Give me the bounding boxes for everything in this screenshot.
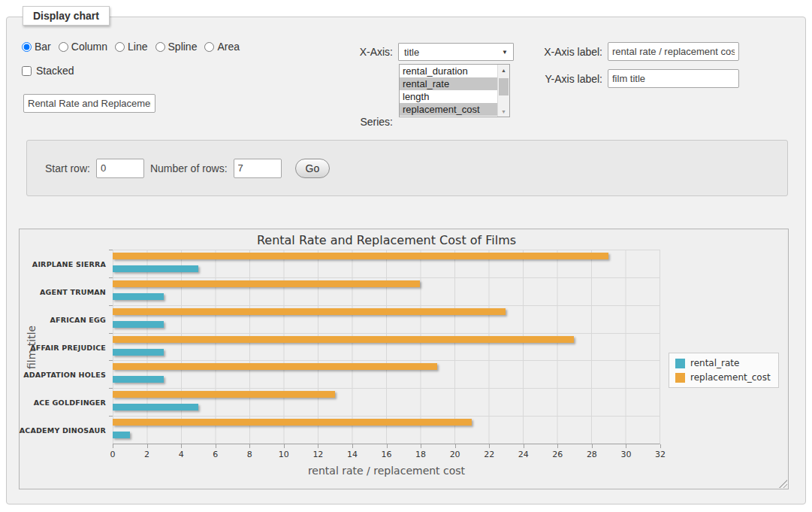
chart-title: Rental Rate and Replacement Cost of Film… bbox=[113, 233, 660, 247]
number-of-rows-label: Number of rows: bbox=[150, 162, 228, 174]
x-axis-ticks bbox=[113, 444, 660, 448]
series-option-length[interactable]: length bbox=[400, 90, 497, 103]
chart-band: AGENT TRUMAN bbox=[113, 277, 660, 305]
x-tick-label: 22 bbox=[484, 450, 494, 459]
x-tick bbox=[216, 444, 216, 448]
radio-label: Column bbox=[71, 41, 107, 53]
category-label: ACADEMY DINOSAUR bbox=[20, 426, 106, 435]
chart-plot: AIRPLANE SIERRAAGENT TRUMANAFRICAN EGGAF… bbox=[113, 250, 660, 444]
bar-replacement_cost bbox=[113, 419, 472, 426]
chart-legend: rental_ratereplacement_cost bbox=[669, 353, 779, 388]
radio-column[interactable] bbox=[59, 42, 68, 52]
start-row-input[interactable] bbox=[96, 159, 144, 178]
x-tick-label: 32 bbox=[655, 450, 666, 459]
x-tick bbox=[352, 444, 353, 448]
page: Display chart BarColumnLineSplineArea St… bbox=[0, 0, 812, 512]
bar-rental_rate bbox=[113, 293, 164, 300]
x-tick-label: 28 bbox=[587, 450, 597, 459]
chart-band: ACE GOLDFINGER bbox=[113, 388, 660, 416]
legend-item-rental_rate[interactable]: rental_rate bbox=[675, 358, 771, 368]
x-axis-label-row: X-Axis label: bbox=[488, 42, 739, 61]
category-label: ADAPTATION HOLES bbox=[23, 371, 106, 379]
series-option-replacement_cost[interactable]: replacement_cost bbox=[400, 103, 497, 116]
bar-replacement_cost bbox=[113, 253, 608, 259]
go-button[interactable]: Go bbox=[295, 159, 331, 178]
stacked-row[interactable]: Stacked bbox=[22, 65, 74, 77]
x-axis-select-label: X-Axis: bbox=[336, 46, 393, 58]
x-axis-selected-value: title bbox=[404, 47, 419, 58]
series-option-rental_duration[interactable]: rental_duration bbox=[400, 65, 497, 77]
radio-bar[interactable] bbox=[22, 42, 32, 52]
series-options: rental_durationrental_ratelengthreplacem… bbox=[400, 65, 497, 117]
series-select-label: Series: bbox=[336, 116, 393, 128]
bar-replacement_cost bbox=[113, 363, 437, 370]
bar-replacement_cost bbox=[113, 391, 335, 398]
x-tick-label: 4 bbox=[179, 450, 184, 459]
fieldset-legend: Display chart bbox=[23, 6, 110, 26]
x-tick-label: 14 bbox=[347, 450, 358, 459]
legend-item-replacement_cost[interactable]: replacement_cost bbox=[675, 372, 771, 383]
chart-type-column[interactable]: Column bbox=[59, 41, 107, 53]
chart-type-group: BarColumnLineSplineArea bbox=[22, 41, 240, 53]
chart-band: AIRPLANE SIERRA bbox=[113, 250, 660, 277]
x-tick-label: 24 bbox=[518, 450, 529, 459]
x-tick bbox=[249, 444, 250, 448]
x-tick bbox=[387, 444, 388, 448]
x-tick bbox=[557, 444, 558, 448]
radio-area[interactable] bbox=[204, 42, 214, 52]
x-tick bbox=[626, 444, 626, 448]
x-tick-label: 30 bbox=[620, 450, 631, 459]
start-row-label: Start row: bbox=[45, 162, 90, 174]
y-axis-label-input[interactable] bbox=[608, 69, 739, 88]
x-tick-label: 16 bbox=[382, 450, 392, 459]
x-axis-label-label: X-Axis label: bbox=[488, 46, 602, 58]
radio-line[interactable] bbox=[115, 42, 125, 52]
bar-rental_rate bbox=[113, 404, 198, 411]
chart-type-line[interactable]: Line bbox=[115, 41, 147, 53]
x-tick-label: 2 bbox=[144, 450, 149, 459]
category-label: AFRICAN EGG bbox=[50, 315, 106, 323]
chart-band: AFFAIR PREJUDICE bbox=[113, 333, 660, 361]
radio-label: Bar bbox=[35, 41, 51, 53]
radio-spline[interactable] bbox=[155, 42, 165, 52]
y-axis-label-row: Y-Axis label: bbox=[488, 69, 739, 88]
chart-title-input[interactable] bbox=[23, 94, 155, 113]
category-label: ACE GOLDFINGER bbox=[34, 398, 106, 407]
x-tick bbox=[660, 444, 661, 448]
chart-band: AFRICAN EGG bbox=[113, 305, 660, 333]
radio-label: Spline bbox=[168, 41, 198, 53]
x-tick-label: 12 bbox=[312, 450, 323, 459]
number-of-rows-input[interactable] bbox=[234, 159, 282, 178]
series-option-rental_rate[interactable]: rental_rate bbox=[400, 77, 497, 90]
bar-replacement_cost bbox=[113, 280, 420, 287]
resize-grip-icon[interactable] bbox=[779, 480, 787, 488]
x-tick bbox=[284, 444, 285, 448]
x-tick bbox=[147, 444, 148, 448]
x-axis-label-input[interactable] bbox=[608, 42, 739, 61]
chart-band: ADAPTATION HOLES bbox=[113, 360, 660, 388]
chart-band: ACADEMY DINOSAUR bbox=[113, 416, 660, 444]
category-label: AGENT TRUMAN bbox=[40, 287, 106, 295]
bar-replacement_cost bbox=[113, 308, 506, 315]
chart-type-spline[interactable]: Spline bbox=[155, 41, 198, 53]
x-tick bbox=[592, 444, 593, 448]
scroll-down-icon[interactable]: ▼ bbox=[498, 106, 509, 117]
category-label: AFFAIR PREJUDICE bbox=[30, 343, 106, 351]
legend-label: rental_rate bbox=[690, 358, 739, 368]
x-tick bbox=[421, 444, 421, 448]
legend-swatch-icon bbox=[675, 359, 685, 368]
x-tick-label: 26 bbox=[552, 450, 563, 459]
category-label: AIRPLANE SIERRA bbox=[32, 259, 106, 268]
x-tick bbox=[455, 444, 456, 448]
chart-type-area[interactable]: Area bbox=[204, 41, 240, 53]
display-chart-fieldset: Display chart BarColumnLineSplineArea St… bbox=[6, 17, 806, 504]
x-tick bbox=[318, 444, 318, 448]
bar-rental_rate bbox=[113, 376, 164, 383]
bar-rental_rate bbox=[113, 432, 130, 438]
y-axis-label-label: Y-Axis label: bbox=[488, 73, 602, 85]
stacked-checkbox[interactable] bbox=[22, 66, 32, 76]
chart-type-bar[interactable]: Bar bbox=[22, 41, 51, 53]
x-tick bbox=[113, 444, 113, 448]
x-axis-title: rental rate / replacement cost bbox=[113, 465, 660, 477]
x-tick bbox=[524, 444, 524, 448]
